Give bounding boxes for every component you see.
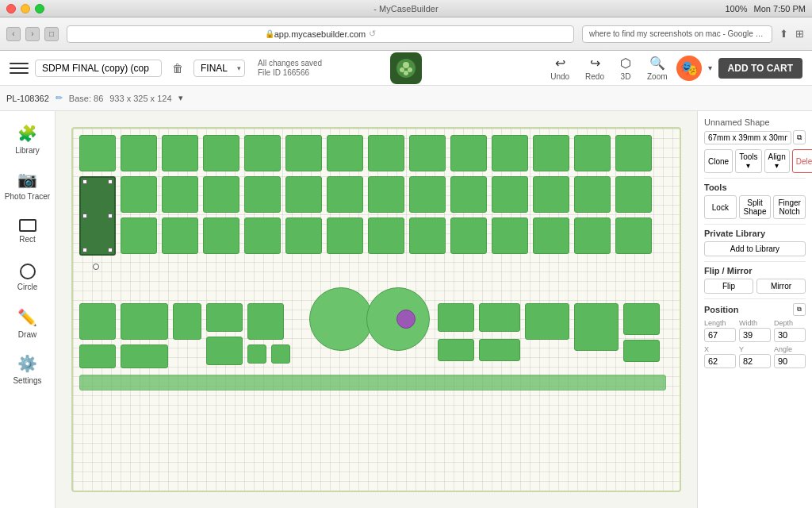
block[interactable] xyxy=(492,135,528,171)
block[interactable] xyxy=(79,344,116,368)
edit-shape-id-icon[interactable]: ✏ xyxy=(56,93,63,103)
block[interactable] xyxy=(247,303,284,340)
block[interactable] xyxy=(525,303,569,340)
block[interactable] xyxy=(450,217,487,254)
block[interactable] xyxy=(438,339,474,361)
close-button[interactable] xyxy=(6,4,16,13)
block[interactable] xyxy=(450,135,487,171)
block[interactable] xyxy=(173,303,201,340)
minimize-button[interactable] xyxy=(21,4,30,13)
block-selected[interactable] xyxy=(79,176,116,256)
length-input[interactable] xyxy=(704,328,736,342)
x-input[interactable] xyxy=(704,354,736,368)
circle-block-purple[interactable] xyxy=(396,310,416,329)
block[interactable] xyxy=(206,303,243,332)
block[interactable] xyxy=(574,135,611,171)
add-to-cart-button[interactable]: ADD TO CART xyxy=(718,58,802,79)
block[interactable] xyxy=(203,176,239,213)
block[interactable] xyxy=(285,176,322,213)
rotation-handle[interactable] xyxy=(93,264,99,270)
block[interactable] xyxy=(368,135,404,171)
block[interactable] xyxy=(615,176,652,213)
sidebar-item-photo-tracer[interactable]: 📷 Photo Tracer xyxy=(4,164,52,206)
block[interactable] xyxy=(615,217,652,254)
block[interactable] xyxy=(121,303,168,340)
block[interactable] xyxy=(327,217,363,254)
share-icon[interactable]: ⬆ xyxy=(777,28,790,40)
finger-notch-button[interactable]: Finger Notch xyxy=(773,195,806,219)
flip-button[interactable]: Flip xyxy=(704,279,753,294)
block[interactable] xyxy=(244,176,281,213)
expand-dimensions-button[interactable]: ▾ xyxy=(178,93,183,103)
split-shape-button[interactable]: Split Shape xyxy=(739,195,772,219)
block[interactable] xyxy=(271,344,290,364)
block[interactable] xyxy=(409,217,446,254)
sidebar-icon[interactable]: ⊞ xyxy=(793,28,806,40)
user-avatar[interactable]: 🎭 xyxy=(676,56,702,81)
circle-block-large-left[interactable] xyxy=(309,287,373,351)
block[interactable] xyxy=(247,344,266,364)
delete-shape-button[interactable]: Delete xyxy=(792,149,812,173)
avatar-dropdown-icon[interactable]: ▾ xyxy=(708,64,712,72)
block[interactable] xyxy=(368,176,404,213)
block[interactable] xyxy=(327,135,363,171)
block[interactable] xyxy=(162,176,198,213)
block[interactable] xyxy=(162,135,198,171)
forward-button[interactable]: › xyxy=(25,27,40,41)
width-input[interactable] xyxy=(739,328,771,342)
block-bottom-strip[interactable] xyxy=(79,375,666,391)
block[interactable] xyxy=(162,217,198,254)
copy-position-button[interactable]: ⧉ xyxy=(793,303,806,316)
delete-file-button[interactable]: 🗑 xyxy=(168,59,187,78)
block[interactable] xyxy=(623,340,660,362)
block[interactable] xyxy=(450,176,487,213)
back-button[interactable]: ‹ xyxy=(6,27,21,41)
maximize-button[interactable] xyxy=(35,4,44,13)
angle-input[interactable] xyxy=(774,354,806,368)
block[interactable] xyxy=(285,135,322,171)
block[interactable] xyxy=(121,135,157,171)
tools-dropdown-button[interactable]: Tools ▾ xyxy=(735,149,761,173)
y-input[interactable] xyxy=(739,354,771,368)
block[interactable] xyxy=(206,337,243,365)
hamburger-menu[interactable] xyxy=(10,59,29,78)
copy-size-button[interactable]: ⧉ xyxy=(793,130,806,144)
sidebar-item-circle[interactable]: Circle xyxy=(4,256,52,298)
address-bar[interactable]: 🔒 app.mycasebuilder.com ↺ xyxy=(67,25,574,43)
sidebar-item-library[interactable]: 🧩 Library xyxy=(4,117,52,160)
tab-view-button[interactable]: □ xyxy=(44,27,59,41)
block[interactable] xyxy=(79,303,116,340)
block[interactable] xyxy=(409,135,446,171)
block[interactable] xyxy=(285,217,322,254)
block[interactable] xyxy=(438,303,474,332)
block[interactable] xyxy=(121,176,157,213)
block[interactable] xyxy=(574,176,611,213)
block[interactable] xyxy=(203,217,239,254)
block[interactable] xyxy=(121,217,157,254)
zoom-button[interactable]: 🔍 Zoom xyxy=(647,56,668,81)
block[interactable] xyxy=(492,176,528,213)
block[interactable] xyxy=(409,176,446,213)
block[interactable] xyxy=(574,217,611,254)
mirror-button[interactable]: Mirror xyxy=(756,279,806,294)
shape-size-input[interactable] xyxy=(704,131,791,144)
align-dropdown-button[interactable]: Align ▾ xyxy=(764,149,790,173)
block[interactable] xyxy=(615,135,652,171)
block[interactable] xyxy=(479,339,520,361)
block[interactable] xyxy=(121,344,168,368)
block[interactable] xyxy=(327,176,363,213)
search-bar[interactable]: where to find my screenshots on mac - Go… xyxy=(582,25,772,43)
block[interactable] xyxy=(479,303,520,332)
threed-button[interactable]: ⬡ 3D xyxy=(620,56,631,81)
clone-button[interactable]: Clone xyxy=(704,149,733,173)
depth-input[interactable] xyxy=(774,328,806,342)
lock-button[interactable]: Lock xyxy=(704,195,737,219)
block[interactable] xyxy=(244,135,281,171)
sidebar-item-draw[interactable]: ✏️ Draw xyxy=(4,302,52,344)
add-to-library-button[interactable]: Add to Library xyxy=(704,241,806,256)
block[interactable] xyxy=(533,176,569,213)
canvas-area[interactable] xyxy=(56,111,697,508)
block[interactable] xyxy=(533,135,569,171)
block[interactable] xyxy=(623,303,660,335)
block[interactable] xyxy=(244,217,281,254)
